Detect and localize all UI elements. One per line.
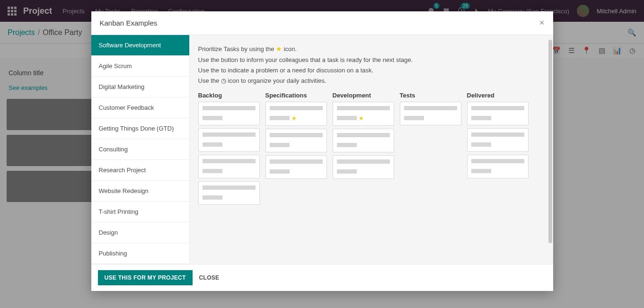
col-delivered: Delivered: [467, 92, 529, 208]
modal-header: Kanban Examples ×: [91, 11, 553, 35]
modal-title: Kanban Examples: [100, 19, 158, 27]
modal-sidebar: Software Development Agile Scrum Digital…: [91, 35, 190, 264]
example-columns: Backlog Specifications ★ Development ★: [198, 92, 545, 208]
desc-line-1: Prioritize Tasks by using the ★ icon.: [198, 44, 545, 55]
example-card: [333, 155, 394, 179]
desc-text: icon.: [282, 45, 297, 53]
modal-body: Software Development Agile Scrum Digital…: [91, 35, 553, 264]
star-icon: ★: [276, 45, 282, 53]
clock-icon: ◷: [221, 77, 226, 84]
use-this-button[interactable]: USE THIS FOR MY PROJECT: [98, 270, 193, 285]
example-card: [198, 102, 260, 125]
example-card: [333, 129, 394, 152]
star-icon: ★: [359, 115, 364, 122]
scrollbar[interactable]: [548, 40, 552, 243]
col-title: Backlog: [198, 92, 260, 99]
sidebar-item-design[interactable]: Design: [91, 222, 189, 243]
example-card: [198, 128, 260, 152]
sidebar-item-publishing[interactable]: Publishing: [91, 243, 189, 264]
close-button[interactable]: CLOSE: [199, 274, 220, 281]
star-icon: ★: [291, 115, 297, 122]
col-backlog: Backlog: [198, 92, 260, 208]
col-specifications: Specifications ★: [265, 92, 327, 208]
col-title: Delivered: [467, 92, 529, 99]
desc-text: Use the: [198, 77, 221, 84]
desc-line-2: Use the button to inform your colleagues…: [198, 55, 545, 65]
col-development: Development ★: [333, 92, 394, 208]
modal-footer: USE THIS FOR MY PROJECT CLOSE: [91, 264, 553, 291]
kanban-examples-modal: Kanban Examples × Software Development A…: [91, 11, 553, 291]
col-title: Tests: [400, 92, 461, 99]
sidebar-item-research-project[interactable]: Research Project: [91, 160, 189, 181]
sidebar-item-customer-feedback[interactable]: Customer Feedback: [91, 97, 189, 118]
example-card: [467, 102, 529, 125]
desc-text: Prioritize Tasks by using the: [198, 45, 276, 53]
close-icon[interactable]: ×: [539, 18, 545, 28]
desc-line-3: Use the to indicate a problem or a need …: [198, 65, 545, 76]
sidebar-item-website-redesign[interactable]: Website Redesign: [91, 181, 189, 202]
col-title: Development: [333, 92, 394, 99]
example-card: [265, 129, 327, 152]
example-card: [400, 102, 461, 125]
sidebar-item-digital-marketing[interactable]: Digital Marketing: [91, 77, 189, 97]
example-card: [265, 155, 327, 179]
sidebar-item-tshirt-printing[interactable]: T-shirt Printing: [91, 202, 189, 222]
example-card: [467, 128, 529, 152]
sidebar-item-software-development[interactable]: Software Development: [91, 35, 189, 56]
col-title: Specifications: [265, 92, 327, 99]
example-card: ★: [265, 102, 327, 126]
example-card: [198, 155, 260, 178]
sidebar-item-agile-scrum[interactable]: Agile Scrum: [91, 56, 189, 77]
sidebar-item-consulting[interactable]: Consulting: [91, 139, 189, 160]
example-card: [467, 155, 529, 178]
sidebar-item-gtd[interactable]: Getting Things Done (GTD): [91, 118, 189, 139]
col-tests: Tests: [400, 92, 461, 208]
example-card: [198, 181, 260, 205]
modal-content: Prioritize Tasks by using the ★ icon. Us…: [190, 35, 553, 264]
desc-text: icon to organize your daily activities.: [226, 77, 326, 84]
desc-line-4: Use the ◷ icon to organize your daily ac…: [198, 76, 545, 86]
example-card: ★: [333, 102, 394, 126]
